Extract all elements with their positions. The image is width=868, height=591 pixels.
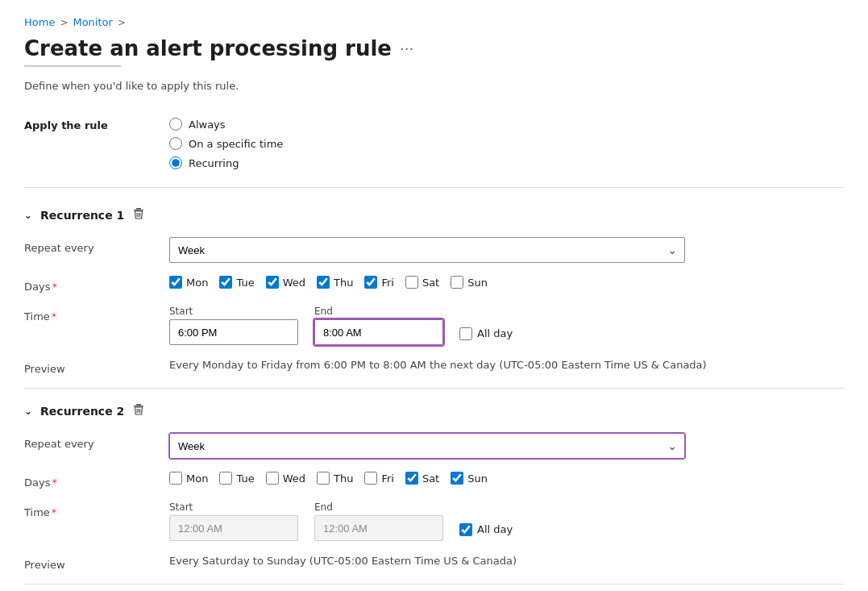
rec2-days-content: Mon Tue Wed Thu xyxy=(169,472,844,485)
rec2-day-sun-label: Sun xyxy=(467,472,488,485)
rec2-repeat-row: Repeat every Week Day Month xyxy=(24,427,844,465)
rec2-end-input[interactable] xyxy=(314,515,443,541)
rec2-day-sat-label: Sat xyxy=(422,472,439,485)
rec2-preview-text: Every Saturday to Sunday (UTC-05:00 East… xyxy=(169,555,517,567)
rec1-day-tue-check[interactable] xyxy=(219,276,232,289)
radio-specific-time[interactable]: On a specific time xyxy=(169,137,844,150)
rec2-preview-row: Preview Every Saturday to Sunday (UTC-05… xyxy=(24,547,844,577)
rec2-allday-check[interactable] xyxy=(459,523,472,536)
rec2-allday[interactable]: All day xyxy=(459,523,513,536)
rec1-day-wed-label: Wed xyxy=(283,277,305,289)
divider-1 xyxy=(24,187,844,188)
rec2-time-label: Time* xyxy=(24,502,153,518)
rec1-start-input[interactable] xyxy=(169,319,298,345)
rec2-repeat-select[interactable]: Week Day Month xyxy=(169,433,685,459)
radio-always-label: Always xyxy=(189,119,226,131)
breadcrumb-monitor[interactable]: Monitor xyxy=(73,16,112,28)
rec1-day-thu-check[interactable] xyxy=(317,276,330,289)
rec1-days-group: Mon Tue Wed Thu xyxy=(169,276,844,289)
radio-specific-time-input[interactable] xyxy=(169,137,182,150)
rec1-day-fri[interactable]: Fri xyxy=(364,276,394,289)
radio-recurring[interactable]: Recurring xyxy=(169,156,844,169)
rec1-day-mon[interactable]: Mon xyxy=(169,276,208,289)
rec1-day-wed[interactable]: Wed xyxy=(266,276,305,289)
rec1-end-input[interactable] xyxy=(314,319,443,345)
rec2-day-sat-check[interactable] xyxy=(405,472,418,485)
rec1-day-tue-label: Tue xyxy=(236,277,254,289)
rec1-time-content: Start End All day xyxy=(169,306,844,345)
rec2-repeat-select-wrapper: Week Day Month xyxy=(169,433,685,459)
rec2-day-sat[interactable]: Sat xyxy=(405,472,439,485)
recurrence-1-title: Recurrence 1 xyxy=(40,209,124,222)
rec2-day-tue-check[interactable] xyxy=(219,472,232,485)
rec2-day-wed-label: Wed xyxy=(283,472,305,485)
rec2-repeat-label: Repeat every xyxy=(24,433,153,450)
rec2-day-tue[interactable]: Tue xyxy=(219,472,254,485)
rec2-time-row: Time* Start End All day xyxy=(24,495,844,547)
recurrence-2-body: Repeat every Week Day Month Days* xyxy=(24,427,844,577)
rec2-start-input[interactable] xyxy=(169,515,298,541)
apply-rule-field: Apply the rule Always On a specific time… xyxy=(24,108,844,179)
rec1-end-label: End xyxy=(314,306,443,317)
rec2-day-wed-check[interactable] xyxy=(266,472,279,485)
rec2-preview-label: Preview xyxy=(24,554,153,571)
title-underline xyxy=(24,65,121,67)
radio-always-input[interactable] xyxy=(169,118,182,131)
rec1-day-fri-label: Fri xyxy=(381,277,394,289)
rec2-day-tue-label: Tue xyxy=(236,472,254,485)
rec2-day-mon[interactable]: Mon xyxy=(169,472,208,485)
breadcrumb-sep1: > xyxy=(60,17,68,28)
rec2-day-fri-label: Fri xyxy=(381,472,394,485)
rec2-day-thu-check[interactable] xyxy=(317,472,330,485)
radio-recurring-input[interactable] xyxy=(169,156,182,169)
rec2-day-fri-check[interactable] xyxy=(364,472,377,485)
rec2-time-content: Start End All day xyxy=(169,502,844,541)
rec1-day-sat[interactable]: Sat xyxy=(405,276,439,289)
radio-always[interactable]: Always xyxy=(169,118,844,131)
recurrence-1-delete[interactable] xyxy=(132,207,145,223)
start-end-section: Start and end date (optional) xyxy=(24,588,844,591)
breadcrumb-home[interactable]: Home xyxy=(24,16,55,28)
rec2-day-sun[interactable]: Sun xyxy=(451,472,488,485)
rec1-day-fri-check[interactable] xyxy=(364,276,377,289)
recurrence-2-toggle[interactable]: ⌄ xyxy=(24,406,32,417)
more-options-icon[interactable]: ··· xyxy=(400,40,413,57)
rec2-time-row-inner: Start End All day xyxy=(169,502,844,541)
rec1-repeat-content: Week Day Month xyxy=(169,237,844,263)
rec2-end-label: End xyxy=(314,502,443,513)
apply-rule-options: Always On a specific time Recurring xyxy=(169,118,844,169)
rec1-day-wed-check[interactable] xyxy=(266,276,279,289)
rec2-start-label: Start xyxy=(169,502,298,513)
rec1-allday-check[interactable] xyxy=(459,327,472,340)
rec2-preview-content: Every Saturday to Sunday (UTC-05:00 East… xyxy=(169,554,844,567)
recurrence-2-title: Recurrence 2 xyxy=(40,405,124,418)
rec1-repeat-select[interactable]: Week Day Month xyxy=(169,237,685,263)
rec2-day-thu[interactable]: Thu xyxy=(317,472,353,485)
rec1-preview-label: Preview xyxy=(24,358,153,375)
svg-rect-5 xyxy=(136,404,141,406)
recurrence-1-header: ⌄ Recurrence 1 xyxy=(24,196,844,231)
recurrence-2-delete[interactable] xyxy=(132,403,145,418)
rec1-day-sat-check[interactable] xyxy=(405,276,418,289)
rec2-day-sun-check[interactable] xyxy=(451,472,463,485)
rec1-end-field: End xyxy=(314,306,443,345)
rec1-day-mon-label: Mon xyxy=(186,277,208,289)
svg-rect-0 xyxy=(136,208,141,210)
apply-rule-radio-group: Always On a specific time Recurring xyxy=(169,118,844,169)
rec2-days-row: Days* Mon Tue Wed xyxy=(24,465,844,495)
recurrence-2-section: ⌄ Recurrence 2 Repeat every Week Day xyxy=(24,392,844,577)
recurrence-1-toggle[interactable]: ⌄ xyxy=(24,210,32,221)
rec1-allday[interactable]: All day xyxy=(459,327,513,340)
svg-rect-6 xyxy=(134,406,143,406)
rec1-day-sun[interactable]: Sun xyxy=(451,276,488,289)
apply-rule-label: Apply the rule xyxy=(24,118,153,131)
rec1-day-tue[interactable]: Tue xyxy=(219,276,254,289)
rec2-day-thu-label: Thu xyxy=(334,472,353,485)
rec2-day-wed[interactable]: Wed xyxy=(266,472,305,485)
rec1-day-thu[interactable]: Thu xyxy=(317,276,353,289)
rec2-day-mon-check[interactable] xyxy=(169,472,182,485)
rec1-day-mon-check[interactable] xyxy=(169,276,182,289)
rec2-day-fri[interactable]: Fri xyxy=(364,472,394,485)
rec1-day-sun-check[interactable] xyxy=(451,276,463,289)
rec1-day-thu-label: Thu xyxy=(334,277,353,289)
